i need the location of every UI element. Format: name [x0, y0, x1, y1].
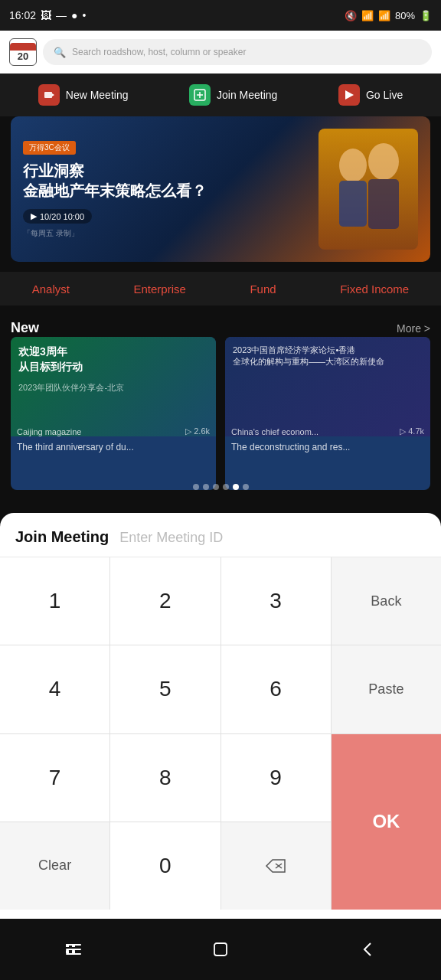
- key-4[interactable]: 4: [0, 645, 109, 733]
- svg-rect-17: [66, 949, 81, 950]
- key-back[interactable]: Back: [332, 557, 441, 645]
- card-1-desc: The third anniversary of du...: [11, 436, 216, 459]
- numpad: 1 2 3 Back 4 5 6 Paste 7 8 9 OK Clear 0: [0, 557, 441, 910]
- svg-marker-5: [345, 90, 354, 100]
- dot-3[interactable]: [213, 484, 219, 490]
- svg-point-8: [368, 143, 399, 180]
- key-0[interactable]: 0: [110, 822, 220, 910]
- banner-text: 万得3C会议 行业洞察金融地产年末策略怎么看？ ▶ 10/20 10:00 「每…: [23, 139, 318, 239]
- wifi-icon: 📶: [361, 10, 374, 21]
- key-3[interactable]: 3: [221, 557, 331, 645]
- new-meeting-label: New Meeting: [66, 89, 129, 101]
- svg-rect-16: [66, 944, 81, 946]
- nav-menu-button[interactable]: [60, 936, 87, 963]
- banner-title: 行业洞察金融地产年末策略怎么看？: [23, 161, 318, 201]
- key-6[interactable]: 6: [221, 645, 331, 733]
- new-meeting-icon: [38, 84, 60, 106]
- dot-2[interactable]: [203, 484, 209, 490]
- banner-time: ▶ 10/20 10:00: [23, 209, 92, 224]
- key-7[interactable]: 7: [0, 734, 109, 822]
- banner-note: 「每周五 录制」: [23, 228, 318, 239]
- join-meeting-sheet: Join Meeting Enter Meeting ID 1 2 3 Back…: [0, 513, 441, 919]
- svg-point-6: [339, 149, 367, 182]
- card-2-image: 2023中国首席经济学家论坛•香港全球化的解构与重构——大湾区的新使命: [225, 337, 430, 436]
- cards-row: 欢迎3周年从目标到行动 2023年团队伙伴分享会-北京 Caijing maga…: [11, 337, 430, 490]
- signal-icon: 📶: [378, 10, 390, 21]
- category-tabs: Analyst Enterprise Fund Fixed Income: [0, 272, 441, 305]
- new-section-header: New More >: [0, 314, 441, 339]
- key-ok[interactable]: OK: [332, 734, 441, 910]
- card-2[interactable]: 2023中国首席经济学家论坛•香港全球化的解构与重构——大湾区的新使命 Chin…: [225, 337, 430, 490]
- new-meeting-button[interactable]: New Meeting: [38, 84, 129, 106]
- vpn-icon: ●: [71, 9, 77, 21]
- key-5[interactable]: 5: [110, 645, 220, 733]
- card-2-label: China's chief econom...: [231, 427, 318, 436]
- search-input[interactable]: 🔍 Search roadshow, host, column or speak…: [43, 39, 432, 65]
- banner-tag: 万得3C会议: [23, 141, 76, 155]
- join-header: Join Meeting Enter Meeting ID: [0, 513, 441, 557]
- go-live-icon: [338, 84, 360, 106]
- card-1-image: 欢迎3周年从目标到行动 2023年团队伙伴分享会-北京: [11, 337, 216, 436]
- key-2[interactable]: 2: [110, 557, 220, 645]
- banner-dots: [0, 484, 441, 490]
- join-meeting-id-placeholder[interactable]: Enter Meeting ID: [119, 530, 223, 546]
- svg-rect-9: [368, 179, 399, 229]
- key-9[interactable]: 9: [221, 734, 331, 822]
- card-2-count: ▷ 4.7k: [400, 426, 424, 436]
- key-paste[interactable]: Paste: [332, 645, 441, 733]
- search-icon: 🔍: [54, 47, 66, 58]
- dot-5[interactable]: [233, 484, 239, 490]
- card-1-label: Caijing magazine: [17, 427, 81, 436]
- svg-rect-18: [66, 953, 81, 955]
- tab-fixed-income[interactable]: Fixed Income: [340, 283, 409, 296]
- play-count-icon: ▷: [185, 426, 191, 436]
- battery-icon: 🔋: [420, 10, 432, 21]
- battery-label: 80%: [395, 10, 415, 21]
- key-backspace[interactable]: [221, 822, 331, 910]
- play-icon: ▶: [31, 211, 37, 221]
- mute-icon: 🔇: [345, 10, 357, 21]
- nav-back-button[interactable]: [354, 936, 381, 963]
- dot-4[interactable]: [223, 484, 229, 490]
- join-meeting-label: Join Meeting: [217, 89, 277, 101]
- new-section-title: New: [11, 320, 39, 336]
- svg-marker-1: [52, 93, 54, 96]
- svg-rect-19: [214, 943, 227, 956]
- action-buttons-row: New Meeting Join Meeting Go Live: [0, 74, 441, 116]
- sim-icon: —: [56, 9, 67, 21]
- more-link[interactable]: More >: [397, 322, 430, 335]
- join-meeting-title: Join Meeting: [15, 528, 109, 546]
- notification-dot: •: [83, 9, 87, 21]
- tab-analyst[interactable]: Analyst: [32, 283, 70, 296]
- card-1-count: ▷ 2.6k: [185, 426, 210, 436]
- join-meeting-button[interactable]: Join Meeting: [189, 84, 277, 106]
- svg-rect-14: [66, 950, 69, 953]
- dot-6[interactable]: [243, 484, 249, 490]
- search-bar: 20 🔍 Search roadshow, host, column or sp…: [0, 31, 441, 74]
- key-8[interactable]: 8: [110, 734, 220, 822]
- photo-icon: 🖼: [41, 9, 51, 21]
- play-count-icon-2: ▷: [400, 426, 406, 436]
- svg-rect-0: [44, 92, 52, 98]
- nav-home-button[interactable]: [207, 936, 234, 963]
- tab-enterprise[interactable]: Enterprise: [134, 283, 186, 296]
- nav-bar: [0, 919, 441, 980]
- calendar-icon[interactable]: 20: [9, 38, 37, 66]
- go-live-button[interactable]: Go Live: [338, 84, 403, 106]
- app-background: 20 🔍 Search roadshow, host, column or sp…: [0, 31, 441, 582]
- join-meeting-icon: [189, 84, 211, 106]
- status-bar: 16:02 🖼 — ● • 🔇 📶 📶 80% 🔋: [0, 0, 441, 31]
- key-clear[interactable]: Clear: [0, 822, 109, 910]
- dot-1[interactable]: [193, 484, 199, 490]
- banner-carousel[interactable]: 万得3C会议 行业洞察金融地产年末策略怎么看？ ▶ 10/20 10:00 「每…: [11, 116, 430, 262]
- key-1[interactable]: 1: [0, 557, 109, 645]
- time-display: 16:02: [9, 9, 36, 21]
- card-2-desc: The deconstructing and res...: [225, 436, 430, 459]
- go-live-label: Go Live: [366, 89, 403, 101]
- tab-fund[interactable]: Fund: [250, 283, 276, 296]
- svg-rect-15: [72, 950, 75, 953]
- banner-image: [318, 129, 418, 250]
- svg-rect-7: [339, 181, 367, 227]
- card-1[interactable]: 欢迎3周年从目标到行动 2023年团队伙伴分享会-北京 Caijing maga…: [11, 337, 216, 490]
- search-placeholder: Search roadshow, host, column or speaker: [72, 47, 246, 57]
